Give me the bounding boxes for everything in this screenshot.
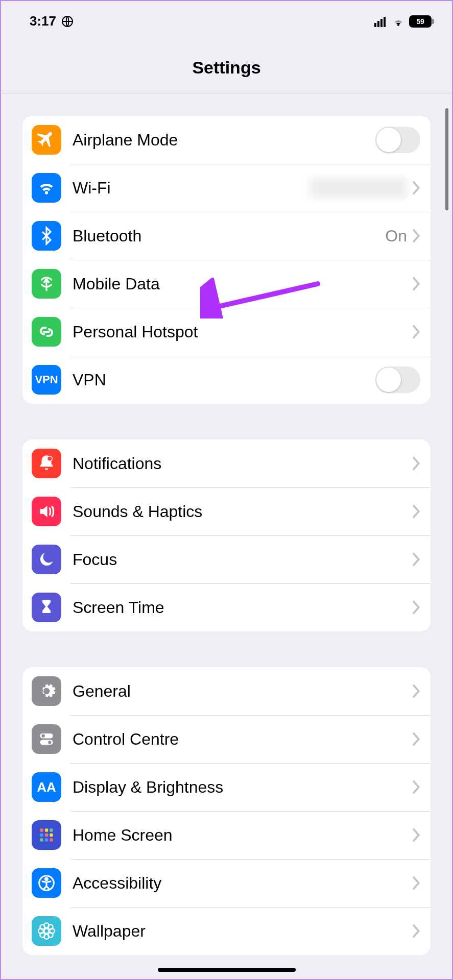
battery-icon: 59: [409, 15, 432, 28]
row-label: Accessibility: [73, 874, 412, 893]
svg-rect-18: [45, 838, 48, 841]
row-label: Notifications: [73, 454, 412, 473]
wifi-icon: [32, 173, 61, 203]
svg-rect-11: [40, 828, 43, 831]
status-bar: 3:17 59: [1, 1, 452, 29]
vpn-toggle[interactable]: [375, 366, 420, 393]
row-label: VPN: [73, 371, 375, 389]
svg-point-21: [45, 878, 48, 880]
accessibility-icon: [32, 868, 61, 898]
row-bluetooth[interactable]: Bluetooth On: [22, 212, 431, 260]
svg-rect-1: [374, 23, 376, 27]
chevron-right-icon: [412, 504, 420, 519]
row-focus[interactable]: Focus: [22, 535, 431, 583]
row-label: Home Screen: [73, 826, 412, 845]
svg-rect-16: [50, 834, 53, 837]
bluetooth-icon: [32, 221, 61, 251]
chevron-right-icon: [412, 456, 420, 471]
chevron-right-icon: [412, 277, 420, 291]
location-globe-icon: [61, 15, 74, 28]
chevron-right-icon: [412, 732, 420, 746]
row-wifi[interactable]: Wi-Fi: [22, 164, 431, 212]
chevron-right-icon: [412, 325, 420, 339]
row-notifications[interactable]: Notifications: [22, 439, 431, 487]
row-accessibility[interactable]: Accessibility: [22, 859, 431, 907]
row-label: Wallpaper: [73, 922, 412, 941]
bell-icon: [32, 449, 61, 478]
antenna-icon: [32, 269, 61, 299]
row-label: General: [73, 682, 412, 701]
row-display-brightness[interactable]: AA Display & Brightness: [22, 763, 431, 811]
row-label: Focus: [73, 550, 412, 569]
svg-point-22: [44, 928, 49, 934]
svg-rect-14: [40, 834, 43, 837]
flower-icon: [32, 916, 61, 946]
row-sounds-haptics[interactable]: Sounds & Haptics: [22, 487, 431, 535]
svg-point-10: [48, 741, 51, 744]
status-time: 3:17: [30, 13, 56, 29]
svg-rect-4: [384, 17, 386, 27]
chevron-right-icon: [412, 229, 420, 243]
row-label: Airplane Mode: [73, 131, 375, 150]
airplane-toggle[interactable]: [375, 127, 420, 153]
chevron-right-icon: [412, 181, 420, 195]
row-control-centre[interactable]: Control Centre: [22, 715, 431, 763]
row-label: Wi-Fi: [73, 179, 310, 198]
chevron-right-icon: [412, 600, 420, 615]
svg-rect-19: [50, 838, 53, 841]
svg-rect-17: [40, 838, 43, 841]
svg-point-8: [42, 734, 45, 738]
page-title: Settings: [1, 29, 452, 93]
row-label: Personal Hotspot: [73, 323, 412, 341]
chevron-right-icon: [412, 780, 420, 794]
row-label: Display & Brightness: [73, 778, 412, 797]
row-label: Sounds & Haptics: [73, 502, 412, 521]
airplane-icon: [32, 125, 61, 155]
hourglass-icon: [32, 593, 61, 622]
scroll-indicator: [445, 108, 448, 210]
svg-rect-2: [377, 21, 379, 27]
wifi-status-icon: [392, 16, 405, 27]
row-airplane-mode[interactable]: Airplane Mode: [22, 116, 431, 164]
chevron-right-icon: [412, 924, 420, 938]
svg-point-5: [45, 279, 48, 282]
row-label: Control Centre: [73, 730, 412, 749]
hotspot-icon: [32, 317, 61, 347]
svg-rect-13: [50, 828, 53, 831]
vpn-icon: VPN: [32, 365, 61, 395]
group-alerts: Notifications Sounds & Haptics Focus Scr…: [22, 439, 431, 631]
cellular-signal-icon: [374, 16, 388, 27]
row-label: Screen Time: [73, 598, 412, 617]
chevron-right-icon: [412, 876, 420, 890]
wifi-network-value: [310, 178, 407, 198]
moon-icon: [32, 545, 61, 574]
switches-icon: [32, 724, 61, 754]
row-wallpaper[interactable]: Wallpaper: [22, 907, 431, 955]
svg-rect-12: [45, 828, 48, 831]
settings-list: Airplane Mode Wi-Fi Bluetooth On: [1, 93, 452, 955]
svg-rect-3: [380, 19, 383, 27]
svg-point-6: [47, 456, 53, 461]
grid-icon: [32, 820, 61, 850]
chevron-right-icon: [412, 828, 420, 842]
row-home-screen[interactable]: Home Screen: [22, 811, 431, 859]
svg-rect-15: [45, 834, 48, 837]
chevron-right-icon: [412, 684, 420, 698]
row-mobile-data[interactable]: Mobile Data: [22, 260, 431, 308]
gear-icon: [32, 676, 61, 706]
bluetooth-value: On: [385, 227, 407, 246]
chevron-right-icon: [412, 552, 420, 567]
row-vpn[interactable]: VPN VPN: [22, 356, 431, 404]
group-connectivity: Airplane Mode Wi-Fi Bluetooth On: [22, 116, 431, 404]
speaker-icon: [32, 497, 61, 526]
row-screen-time[interactable]: Screen Time: [22, 583, 431, 631]
row-personal-hotspot[interactable]: Personal Hotspot: [22, 308, 431, 356]
row-general[interactable]: General: [22, 667, 431, 715]
group-device: General Control Centre AA Display & Brig…: [22, 667, 431, 955]
row-label: Mobile Data: [73, 275, 412, 293]
aa-icon: AA: [32, 772, 61, 802]
row-label: Bluetooth: [73, 227, 385, 246]
home-indicator[interactable]: [158, 968, 296, 972]
